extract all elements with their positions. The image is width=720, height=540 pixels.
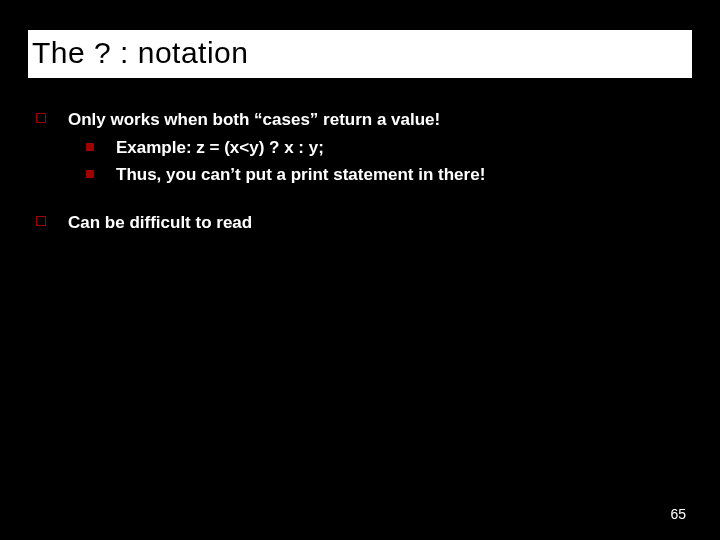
bullet-level2: Thus, you can’t put a print statement in… (68, 162, 684, 188)
page-number: 65 (670, 506, 686, 522)
bullet-content: Can be difficult to read (68, 210, 684, 236)
bullet-content: Only works when both “cases” return a va… (68, 107, 684, 188)
hollow-square-icon (36, 113, 46, 123)
slide-title: The ? : notation (32, 36, 688, 70)
bullet-level1: Only works when both “cases” return a va… (36, 107, 684, 188)
bullet-level1: Can be difficult to read (36, 210, 684, 236)
title-block: The ? : notation (28, 30, 692, 78)
filled-square-icon (86, 143, 94, 151)
bullet-text: Example: z = (x<y) ? x : y; (116, 135, 684, 161)
bullet-text: Can be difficult to read (68, 210, 684, 236)
hollow-square-icon (36, 216, 46, 226)
bullet-text: Only works when both “cases” return a va… (68, 107, 684, 133)
bullet-level2: Example: z = (x<y) ? x : y; (68, 135, 684, 161)
slide-body: Only works when both “cases” return a va… (28, 81, 692, 235)
filled-square-icon (86, 170, 94, 178)
bullet-text: Thus, you can’t put a print statement in… (116, 162, 684, 188)
slide: The ? : notation Only works when both “c… (0, 0, 720, 540)
